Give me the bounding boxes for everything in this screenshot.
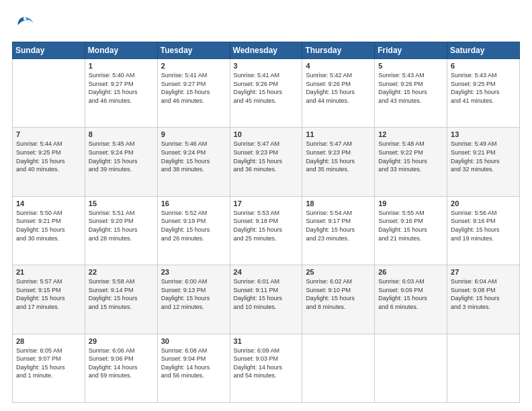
day-number: 25 bbox=[306, 268, 371, 276]
day-number: 18 bbox=[306, 199, 371, 208]
calendar-cell bbox=[375, 334, 447, 402]
calendar-cell: 23Sunrise: 6:00 AM Sunset: 9:13 PM Dayli… bbox=[157, 265, 230, 334]
calendar-cell: 29Sunrise: 6:06 AM Sunset: 9:06 PM Dayli… bbox=[85, 334, 157, 402]
calendar-cell: 22Sunrise: 5:58 AM Sunset: 9:14 PM Dayli… bbox=[85, 265, 157, 334]
day-info: Sunrise: 5:43 AM Sunset: 9:26 PM Dayligh… bbox=[378, 71, 443, 105]
page: SundayMondayTuesdayWednesdayThursdayFrid… bbox=[0, 0, 532, 411]
day-info: Sunrise: 5:46 AM Sunset: 9:24 PM Dayligh… bbox=[161, 140, 226, 173]
calendar-cell: 18Sunrise: 5:54 AM Sunset: 9:17 PM Dayli… bbox=[302, 196, 375, 265]
day-info: Sunrise: 5:53 AM Sunset: 9:18 PM Dayligh… bbox=[234, 209, 299, 242]
day-number: 11 bbox=[306, 130, 371, 138]
calendar-cell bbox=[302, 334, 375, 402]
day-info: Sunrise: 5:52 AM Sunset: 9:19 PM Dayligh… bbox=[161, 209, 226, 242]
day-number: 13 bbox=[451, 130, 516, 138]
calendar-cell: 24Sunrise: 6:01 AM Sunset: 9:11 PM Dayli… bbox=[230, 265, 302, 334]
calendar-cell: 8Sunrise: 5:45 AM Sunset: 9:24 PM Daylig… bbox=[85, 128, 157, 196]
calendar-body: 1Sunrise: 5:40 AM Sunset: 9:27 PM Daylig… bbox=[13, 59, 520, 403]
day-info: Sunrise: 5:49 AM Sunset: 9:21 PM Dayligh… bbox=[451, 140, 516, 173]
weekday-header-monday: Monday bbox=[85, 42, 157, 59]
calendar-cell: 31Sunrise: 6:09 AM Sunset: 9:03 PM Dayli… bbox=[230, 334, 302, 402]
day-number: 7 bbox=[16, 130, 81, 138]
day-info: Sunrise: 6:06 AM Sunset: 9:06 PM Dayligh… bbox=[89, 347, 154, 380]
day-number: 10 bbox=[234, 130, 299, 138]
week-row-3: 14Sunrise: 5:50 AM Sunset: 9:21 PM Dayli… bbox=[13, 196, 520, 265]
calendar-cell: 10Sunrise: 5:47 AM Sunset: 9:23 PM Dayli… bbox=[230, 128, 302, 196]
day-number: 20 bbox=[451, 199, 516, 208]
weekday-header-sunday: Sunday bbox=[13, 42, 85, 59]
day-info: Sunrise: 5:48 AM Sunset: 9:22 PM Dayligh… bbox=[378, 140, 443, 173]
calendar-cell bbox=[447, 334, 520, 402]
calendar-cell: 14Sunrise: 5:50 AM Sunset: 9:21 PM Dayli… bbox=[13, 196, 85, 265]
logo-icon bbox=[12, 12, 36, 36]
day-number: 29 bbox=[89, 337, 154, 345]
day-info: Sunrise: 5:41 AM Sunset: 9:27 PM Dayligh… bbox=[161, 71, 226, 105]
day-number: 31 bbox=[234, 337, 299, 345]
day-number: 2 bbox=[161, 62, 226, 70]
day-number: 5 bbox=[378, 62, 443, 70]
day-info: Sunrise: 5:54 AM Sunset: 9:17 PM Dayligh… bbox=[306, 209, 371, 242]
day-number: 6 bbox=[451, 62, 516, 70]
day-number: 15 bbox=[89, 199, 154, 208]
calendar-cell: 17Sunrise: 5:53 AM Sunset: 9:18 PM Dayli… bbox=[230, 196, 302, 265]
day-info: Sunrise: 6:02 AM Sunset: 9:10 PM Dayligh… bbox=[306, 277, 371, 311]
day-info: Sunrise: 6:03 AM Sunset: 9:09 PM Dayligh… bbox=[378, 277, 443, 311]
day-number: 19 bbox=[378, 199, 443, 208]
day-info: Sunrise: 5:42 AM Sunset: 9:26 PM Dayligh… bbox=[306, 71, 371, 105]
calendar-cell: 13Sunrise: 5:49 AM Sunset: 9:21 PM Dayli… bbox=[447, 128, 520, 196]
calendar-cell: 4Sunrise: 5:42 AM Sunset: 9:26 PM Daylig… bbox=[302, 59, 375, 128]
day-info: Sunrise: 5:57 AM Sunset: 9:15 PM Dayligh… bbox=[16, 277, 81, 311]
calendar-header: SundayMondayTuesdayWednesdayThursdayFrid… bbox=[13, 42, 520, 59]
day-info: Sunrise: 5:47 AM Sunset: 9:23 PM Dayligh… bbox=[306, 140, 371, 173]
day-info: Sunrise: 5:51 AM Sunset: 9:20 PM Dayligh… bbox=[89, 209, 154, 242]
calendar-cell: 6Sunrise: 5:43 AM Sunset: 9:25 PM Daylig… bbox=[447, 59, 520, 128]
day-info: Sunrise: 5:43 AM Sunset: 9:25 PM Dayligh… bbox=[451, 71, 516, 105]
week-row-4: 21Sunrise: 5:57 AM Sunset: 9:15 PM Dayli… bbox=[13, 265, 520, 334]
day-info: Sunrise: 6:05 AM Sunset: 9:07 PM Dayligh… bbox=[16, 347, 81, 380]
day-number: 14 bbox=[16, 199, 81, 208]
weekday-header-friday: Friday bbox=[375, 42, 447, 59]
weekday-row: SundayMondayTuesdayWednesdayThursdayFrid… bbox=[13, 42, 520, 59]
calendar-cell: 15Sunrise: 5:51 AM Sunset: 9:20 PM Dayli… bbox=[85, 196, 157, 265]
day-number: 9 bbox=[161, 130, 226, 138]
day-number: 4 bbox=[306, 62, 371, 70]
calendar-cell: 25Sunrise: 6:02 AM Sunset: 9:10 PM Dayli… bbox=[302, 265, 375, 334]
day-info: Sunrise: 5:58 AM Sunset: 9:14 PM Dayligh… bbox=[89, 277, 154, 311]
calendar-cell bbox=[13, 59, 85, 128]
day-info: Sunrise: 5:41 AM Sunset: 9:26 PM Dayligh… bbox=[234, 71, 299, 105]
day-info: Sunrise: 5:40 AM Sunset: 9:27 PM Dayligh… bbox=[89, 71, 154, 105]
day-info: Sunrise: 6:00 AM Sunset: 9:13 PM Dayligh… bbox=[161, 277, 226, 311]
week-row-1: 1Sunrise: 5:40 AM Sunset: 9:27 PM Daylig… bbox=[13, 59, 520, 128]
calendar-cell: 2Sunrise: 5:41 AM Sunset: 9:27 PM Daylig… bbox=[157, 59, 230, 128]
day-number: 30 bbox=[161, 337, 226, 345]
weekday-header-tuesday: Tuesday bbox=[157, 42, 230, 59]
day-info: Sunrise: 6:04 AM Sunset: 9:08 PM Dayligh… bbox=[451, 277, 516, 311]
calendar-cell: 1Sunrise: 5:40 AM Sunset: 9:27 PM Daylig… bbox=[85, 59, 157, 128]
calendar-cell: 27Sunrise: 6:04 AM Sunset: 9:08 PM Dayli… bbox=[447, 265, 520, 334]
calendar-cell: 11Sunrise: 5:47 AM Sunset: 9:23 PM Dayli… bbox=[302, 128, 375, 196]
weekday-header-saturday: Saturday bbox=[447, 42, 520, 59]
calendar-cell: 12Sunrise: 5:48 AM Sunset: 9:22 PM Dayli… bbox=[375, 128, 447, 196]
day-number: 23 bbox=[161, 268, 226, 276]
week-row-2: 7Sunrise: 5:44 AM Sunset: 9:25 PM Daylig… bbox=[13, 128, 520, 196]
day-number: 3 bbox=[234, 62, 299, 70]
day-number: 22 bbox=[89, 268, 154, 276]
day-info: Sunrise: 5:44 AM Sunset: 9:25 PM Dayligh… bbox=[16, 140, 81, 173]
calendar-cell: 9Sunrise: 5:46 AM Sunset: 9:24 PM Daylig… bbox=[157, 128, 230, 196]
calendar-cell: 21Sunrise: 5:57 AM Sunset: 9:15 PM Dayli… bbox=[13, 265, 85, 334]
calendar-cell: 30Sunrise: 6:08 AM Sunset: 9:04 PM Dayli… bbox=[157, 334, 230, 402]
logo bbox=[12, 12, 39, 36]
day-info: Sunrise: 5:50 AM Sunset: 9:21 PM Dayligh… bbox=[16, 209, 81, 242]
day-number: 24 bbox=[234, 268, 299, 276]
day-number: 27 bbox=[451, 268, 516, 276]
week-row-5: 28Sunrise: 6:05 AM Sunset: 9:07 PM Dayli… bbox=[13, 334, 520, 402]
calendar: SundayMondayTuesdayWednesdayThursdayFrid… bbox=[12, 42, 520, 403]
calendar-cell: 28Sunrise: 6:05 AM Sunset: 9:07 PM Dayli… bbox=[13, 334, 85, 402]
day-info: Sunrise: 6:09 AM Sunset: 9:03 PM Dayligh… bbox=[234, 347, 299, 380]
calendar-cell: 7Sunrise: 5:44 AM Sunset: 9:25 PM Daylig… bbox=[13, 128, 85, 196]
header bbox=[12, 12, 520, 36]
calendar-cell: 16Sunrise: 5:52 AM Sunset: 9:19 PM Dayli… bbox=[157, 196, 230, 265]
day-number: 28 bbox=[16, 337, 81, 345]
day-number: 16 bbox=[161, 199, 226, 208]
day-number: 1 bbox=[89, 62, 154, 70]
day-info: Sunrise: 5:47 AM Sunset: 9:23 PM Dayligh… bbox=[234, 140, 299, 173]
